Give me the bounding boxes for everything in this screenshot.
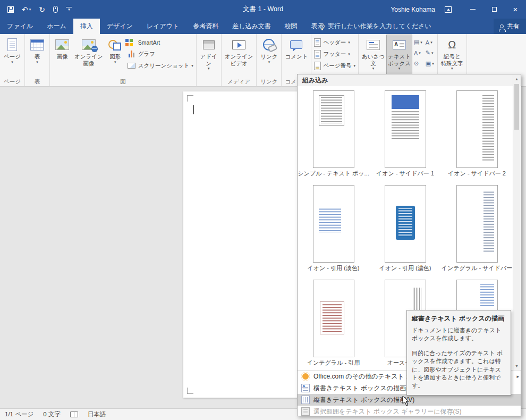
tell-me-box[interactable]: 実行したい作業を入力してください [320,19,431,34]
picture-icon [55,39,69,50]
gallery-item-simple-textbox[interactable]: シンプル - テキスト ボッ... [298,86,369,181]
date-time-button[interactable]: ⊙ [414,59,422,68]
group-label-media: メディア [223,78,255,86]
addins-button[interactable]: アドイ ン ▾ [198,35,219,78]
margin-crop-mark [187,388,193,394]
scroll-down-icon[interactable]: ▼ [513,362,520,370]
video-icon [232,40,245,49]
redo-button[interactable]: ↻ [39,6,45,13]
template-thumbnail [456,185,498,263]
online-pictures-button[interactable]: オンライン 画像 [73,35,105,78]
gallery-item-ion-sidebar-1[interactable]: イオン - サイドバー 1 [369,86,441,181]
screenshot-button[interactable]: スクリーンショット ▾ [127,61,193,71]
maximize-icon [492,7,497,12]
title-bar: ↶▾ ↻ ▾ 文書 1 - Word Yoshie Kohama × [0,0,526,19]
chevron-down-icon: ▾ [432,62,434,66]
table-button[interactable]: 表 ▾ [27,35,48,78]
ribbon-group-addins: アドイ ン ▾ [197,34,222,86]
text-box-button[interactable]: テキスト ボックス ▾ [386,35,412,78]
gallery-item-integral-sidebar[interactable]: インテグラル - サイドバー [441,181,513,275]
gallery-item-ion-quote-light[interactable]: イオン - 引用 (淡色) [298,181,369,275]
template-thumbnail [385,90,426,168]
pages-button[interactable]: ページ ▾ [2,35,23,78]
horizontal-textbox-icon [301,384,310,392]
tab-home[interactable]: ホーム [40,19,73,34]
undo-button[interactable]: ↶▾ [22,6,31,13]
online-video-button[interactable]: オンライン ビデオ [223,35,255,78]
tab-references[interactable]: 参考資料 [186,19,225,34]
share-button[interactable]: 共有 [494,19,526,34]
smartart-button[interactable]: SmartArt [127,37,193,47]
greeting-icon [367,40,380,50]
addin-icon [203,40,215,49]
chevron-down-icon: ▾ [451,66,453,71]
proofing-icon[interactable] [70,411,78,417]
symbols-button[interactable]: Ω 記号と 特殊文字 ▾ [439,35,465,78]
minimize-button[interactable] [462,0,483,19]
gallery-scrollbar[interactable]: ▲ ▼ [513,75,520,370]
office-com-icon [301,372,310,381]
signature-line-button[interactable]: ✎▾ [426,48,434,57]
smartart-icon [125,39,129,42]
comment-icon [290,40,302,49]
quick-access-toolbar: ↶▾ ↻ ▾ [0,6,72,13]
page-number-button[interactable]: ページ番号 ▾ [314,61,355,71]
comment-button[interactable]: コメント [283,35,309,78]
object-icon: ▣ [426,60,431,67]
chart-button[interactable]: グラフ [127,49,193,59]
touch-mouse-mode-button[interactable] [53,6,58,13]
undo-icon: ↶ [22,6,28,13]
footer-icon [314,50,321,58]
shapes-icon [108,39,122,51]
tab-insert[interactable]: 挿入 [73,19,100,34]
template-thumbnail [313,90,354,168]
save-button[interactable] [7,6,14,13]
drop-cap-button[interactable]: A▾ [414,48,422,57]
gallery-item-ion-quote-dark[interactable]: イオン - 引用 (濃色) [369,181,441,275]
text-box-icon [393,40,406,49]
tab-design[interactable]: デザイン [100,19,140,34]
language-indicator[interactable]: 日本語 [88,410,106,418]
group-label-links: リンク [258,78,279,86]
quick-parts-button[interactable]: ▤▾ [414,38,422,47]
close-button[interactable]: × [505,0,526,19]
maximize-button[interactable] [483,0,505,19]
greeting-line-button[interactable]: あいさつ 文 ▾ [360,35,386,78]
shapes-button[interactable]: 図形 ▾ [105,35,126,78]
gallery-header: 組み込み [298,74,521,86]
save-selection-icon [301,407,310,416]
quick-parts-icon: ▤ [414,39,419,46]
share-label: 共有 [507,22,520,31]
pictures-button[interactable]: 画像 [52,35,73,78]
links-button[interactable]: リンク ▾ [258,35,279,78]
footer-button[interactable]: フッター ▾ [314,49,355,59]
tab-mailings[interactable]: 差し込み文書 [225,19,278,34]
ribbon-display-options-icon[interactable] [445,6,452,13]
gallery-item-integral-quote[interactable]: インテグラル - 引用 [298,275,369,370]
group-label-illustrations: 図 [52,78,194,86]
chevron-down-icon: ▾ [431,51,434,55]
page-indicator[interactable]: 1/1 ページ [5,410,33,418]
close-icon: × [513,5,518,13]
chevron-down-icon: ▾ [353,64,355,68]
wordart-button[interactable]: A▾ [426,38,434,47]
template-thumbnail [456,90,498,168]
chart-icon [129,51,134,57]
template-thumbnail [313,185,354,263]
tab-layout[interactable]: レイアウト [140,19,186,34]
object-button[interactable]: ▣▾ [426,59,434,68]
scrollbar-thumb[interactable] [514,84,519,130]
submenu-arrow-icon: ▸ [516,374,519,379]
customize-qat-button[interactable]: ▾ [66,7,72,12]
ribbon-group-pages: ページ ▾ ページ [0,34,25,86]
tab-review[interactable]: 校閲 [278,19,304,34]
word-count[interactable]: 0 文字 [43,410,61,418]
header-button[interactable]: ヘッダー ▾ [314,37,355,47]
ribbon-group-links: リンク ▾ リンク [257,34,282,86]
gallery-item-ion-sidebar-2[interactable]: イオン - サイドバー 2 [441,86,513,181]
scroll-up-icon[interactable]: ▲ [513,75,520,83]
tab-file[interactable]: ファイル [0,19,40,34]
account-user-name[interactable]: Yoshie Kohama [391,6,435,13]
template-thumbnail [313,280,354,357]
text-cursor [193,105,194,114]
